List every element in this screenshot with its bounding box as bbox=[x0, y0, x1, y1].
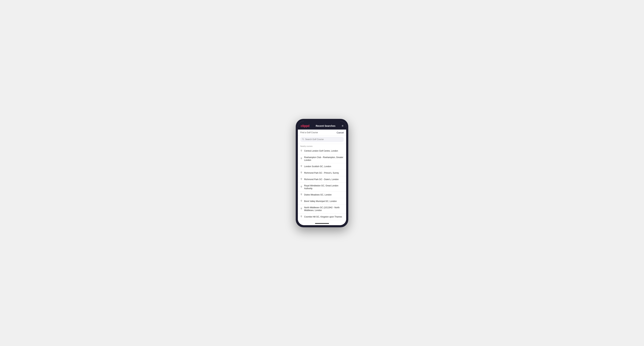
search-input[interactable] bbox=[305, 138, 342, 141]
list-item[interactable]: Royal Wimbledon GC, Great London Authori… bbox=[298, 183, 346, 192]
header-bar: clippd Recent Searches ≡ bbox=[298, 123, 346, 130]
course-name: Central London Golf Centre, London bbox=[304, 150, 338, 152]
list-item[interactable]: Dukes Meadows GC, London bbox=[298, 192, 346, 198]
home-indicator bbox=[315, 223, 329, 224]
list-item[interactable]: North Middlesex GC (1011942 - North Midd… bbox=[298, 204, 346, 213]
list-item[interactable]: Roehampton Club - Roehampton, Greater Lo… bbox=[298, 154, 346, 163]
location-pin-icon bbox=[300, 215, 302, 218]
content-area: Find a Golf Course Cancel Nearby bbox=[298, 130, 346, 222]
location-pin-icon bbox=[300, 172, 302, 174]
course-name: Richmond Park GC - Prince's, Surrey bbox=[304, 172, 339, 174]
search-icon bbox=[302, 138, 304, 141]
find-header: Find a Golf Course Cancel bbox=[298, 130, 346, 136]
location-pin-icon bbox=[300, 165, 302, 168]
list-item[interactable]: Coombe Hill GC, Kingston upon Thames bbox=[298, 214, 346, 220]
location-pin-icon bbox=[300, 186, 302, 189]
nearby-courses-section: Nearby courses Central London Golf Centr… bbox=[298, 144, 346, 222]
course-name: London Scottish GC, London bbox=[304, 165, 331, 168]
nearby-label: Nearby courses bbox=[298, 144, 346, 148]
phone-screen: clippd Recent Searches ≡ Find a Golf Cou… bbox=[298, 121, 346, 225]
cancel-button[interactable]: Cancel bbox=[337, 131, 344, 134]
find-label: Find a Golf Course bbox=[300, 131, 318, 134]
course-name: Richmond Park GC - Duke's, London bbox=[304, 178, 339, 181]
location-pin-icon bbox=[300, 150, 302, 153]
menu-icon[interactable]: ≡ bbox=[342, 124, 343, 128]
course-name: Coombe Hill GC, Kingston upon Thames bbox=[304, 215, 342, 218]
course-name: North Middlesex GC (1011942 - North Midd… bbox=[304, 206, 344, 212]
location-pin-icon bbox=[300, 200, 302, 203]
location-pin-icon bbox=[300, 157, 302, 160]
list-item[interactable]: Richmond Park GC - Prince's, Surrey bbox=[298, 170, 346, 176]
course-name: Royal Wimbledon GC, Great London Authori… bbox=[304, 184, 344, 190]
list-item[interactable]: Richmond Park GC - Duke's, London bbox=[298, 176, 346, 183]
phone-notch bbox=[298, 121, 346, 123]
list-item[interactable]: Brent Valley Municipal GC, London bbox=[298, 198, 346, 204]
search-input-wrapper bbox=[300, 137, 344, 142]
location-pin-icon bbox=[300, 207, 302, 210]
course-name: Brent Valley Municipal GC, London bbox=[304, 200, 337, 203]
course-name: Dukes Meadows GC, London bbox=[304, 193, 332, 196]
home-bar bbox=[298, 222, 346, 225]
location-pin-icon bbox=[300, 193, 302, 196]
list-item[interactable]: Central London Golf Centre, London bbox=[298, 148, 346, 154]
location-pin-icon bbox=[300, 178, 302, 181]
search-container bbox=[298, 136, 346, 144]
course-name: Roehampton Club - Roehampton, Greater Lo… bbox=[304, 156, 344, 162]
svg-line-1 bbox=[304, 140, 304, 140]
list-item[interactable]: London Scottish GC, London bbox=[298, 163, 346, 170]
page-title: Recent Searches bbox=[316, 125, 336, 127]
phone-frame: clippd Recent Searches ≡ Find a Golf Cou… bbox=[296, 119, 348, 227]
app-logo: clippd bbox=[301, 124, 310, 128]
